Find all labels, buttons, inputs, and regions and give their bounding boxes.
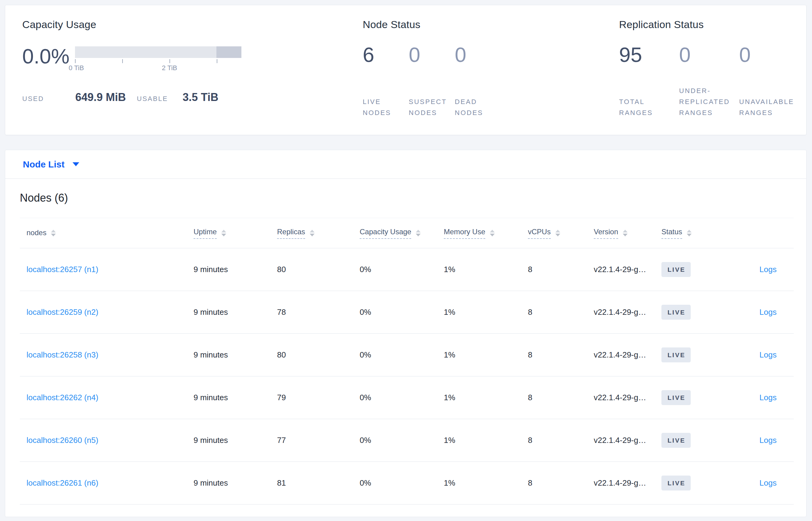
axis-tick bbox=[122, 59, 123, 63]
node-link[interactable]: localhost:26261 (n6) bbox=[26, 478, 98, 488]
capacity-percent: 0.0% bbox=[22, 46, 75, 73]
capacity-usage-section: Capacity Usage 0.0% 0 TiB 2 TiB bbox=[22, 19, 363, 135]
capacity-cell: 0% bbox=[360, 350, 444, 360]
status-badge: LIVE bbox=[662, 347, 691, 362]
axis-label-2tib: 2 TiB bbox=[162, 64, 177, 72]
node-link[interactable]: localhost:26259 (n2) bbox=[26, 308, 98, 317]
unavailable-ranges-label: UNAVAILABLE RANGES bbox=[739, 96, 799, 118]
nodes-table-panel: Nodes (6) nodes Uptime Replicas Capacity… bbox=[5, 179, 806, 517]
suspect-nodes-label: SUSPECT NODES bbox=[409, 96, 455, 118]
replicas-cell: 80 bbox=[277, 350, 360, 360]
table-row: localhost:26258 (n3) 9 minutes 80 0% 1% … bbox=[20, 334, 794, 377]
logs-link[interactable]: Logs bbox=[760, 436, 777, 445]
logs-link[interactable]: Logs bbox=[760, 350, 777, 359]
node-status-title: Node Status bbox=[363, 19, 619, 30]
vcpus-cell: 8 bbox=[528, 308, 594, 317]
live-nodes-value: 6 bbox=[363, 45, 409, 65]
logs-link[interactable]: Logs bbox=[760, 308, 777, 317]
under-replicated-ranges-value: 0 bbox=[679, 45, 739, 65]
status-badge: LIVE bbox=[662, 305, 691, 320]
node-link[interactable]: localhost:26258 (n3) bbox=[26, 350, 98, 359]
capacity-cell: 0% bbox=[360, 436, 444, 445]
capacity-cell: 0% bbox=[360, 308, 444, 317]
sort-icon bbox=[416, 230, 421, 236]
cluster-summary-card: Capacity Usage 0.0% 0 TiB 2 TiB bbox=[5, 5, 807, 135]
node-list-dropdown[interactable]: Node List bbox=[23, 159, 79, 169]
vcpus-cell: 8 bbox=[528, 393, 594, 402]
logs-link[interactable]: Logs bbox=[760, 265, 777, 274]
node-link[interactable]: localhost:26260 (n5) bbox=[26, 436, 98, 445]
node-link[interactable]: localhost:26262 (n4) bbox=[26, 393, 98, 402]
under-replicated-ranges-label: UNDER- REPLICATED RANGES bbox=[679, 85, 739, 118]
uptime-cell: 9 minutes bbox=[194, 350, 277, 360]
column-header-nodes[interactable]: nodes bbox=[20, 228, 194, 238]
table-row: localhost:26262 (n4) 9 minutes 79 0% 1% … bbox=[20, 377, 794, 419]
capacity-cell: 0% bbox=[360, 393, 444, 402]
usable-label: USABLE bbox=[137, 95, 183, 103]
replicas-cell: 81 bbox=[277, 478, 360, 488]
version-cell: v22.1.4-29-g… bbox=[594, 436, 662, 445]
version-cell: v22.1.4-29-g… bbox=[594, 478, 662, 488]
uptime-cell: 9 minutes bbox=[194, 265, 277, 274]
dead-nodes-label: DEAD NODES bbox=[455, 96, 501, 118]
vcpus-cell: 8 bbox=[528, 350, 594, 360]
usable-value: 3.5 TiB bbox=[183, 91, 218, 104]
memory-cell: 1% bbox=[444, 436, 528, 445]
column-header-status[interactable]: Status bbox=[662, 228, 747, 239]
node-status-section: Node Status 6 LIVE NODES 0 SUSPECT NODES… bbox=[363, 19, 619, 135]
column-header-capacity-usage[interactable]: Capacity Usage bbox=[360, 228, 444, 239]
unavailable-ranges-stat: 0 UNAVAILABLE RANGES bbox=[739, 45, 799, 118]
replicas-cell: 80 bbox=[277, 265, 360, 274]
logs-link[interactable]: Logs bbox=[760, 393, 777, 402]
capacity-cell: 0% bbox=[360, 265, 444, 274]
version-cell: v22.1.4-29-g… bbox=[594, 350, 662, 360]
vcpus-cell: 8 bbox=[528, 478, 594, 488]
vcpus-cell: 8 bbox=[528, 436, 594, 445]
uptime-cell: 9 minutes bbox=[194, 393, 277, 402]
live-nodes-label: LIVE NODES bbox=[363, 96, 409, 118]
sort-icon bbox=[623, 230, 628, 236]
replicas-cell: 79 bbox=[277, 393, 360, 402]
table-row: localhost:26261 (n6) 9 minutes 81 0% 1% … bbox=[20, 462, 794, 504]
node-list-dropdown-label: Node List bbox=[23, 159, 65, 169]
column-header-memory-use[interactable]: Memory Use bbox=[444, 228, 528, 239]
capacity-cell: 0% bbox=[360, 478, 444, 488]
column-header-version[interactable]: Version bbox=[594, 228, 662, 239]
total-ranges-label: TOTAL RANGES bbox=[619, 96, 679, 118]
nodes-count-heading: Nodes (6) bbox=[5, 179, 806, 204]
memory-cell: 1% bbox=[444, 265, 528, 274]
status-badge: LIVE bbox=[662, 390, 691, 405]
sort-icon bbox=[221, 230, 226, 236]
memory-cell: 1% bbox=[444, 350, 528, 360]
table-row: localhost:26260 (n5) 9 minutes 77 0% 1% … bbox=[20, 419, 794, 462]
memory-cell: 1% bbox=[444, 308, 528, 317]
column-header-uptime[interactable]: Uptime bbox=[194, 228, 277, 239]
column-header-replicas[interactable]: Replicas bbox=[277, 228, 360, 239]
logs-link[interactable]: Logs bbox=[760, 478, 777, 488]
replicas-cell: 78 bbox=[277, 308, 360, 317]
capacity-bar-other-segment bbox=[216, 46, 241, 58]
table-row: localhost:26257 (n1) 9 minutes 80 0% 1% … bbox=[20, 248, 794, 291]
node-link[interactable]: localhost:26257 (n1) bbox=[26, 265, 98, 274]
replication-status-section: Replication Status 95 TOTAL RANGES 0 UND… bbox=[619, 19, 806, 135]
capacity-axis bbox=[75, 58, 241, 63]
capacity-usage-title: Capacity Usage bbox=[22, 19, 363, 30]
status-badge: LIVE bbox=[662, 262, 691, 277]
axis-label-0tib: 0 TiB bbox=[69, 64, 84, 72]
uptime-cell: 9 minutes bbox=[194, 308, 277, 317]
replicas-cell: 77 bbox=[277, 436, 360, 445]
sort-icon bbox=[51, 230, 56, 236]
capacity-bar-chart: 0 TiB 2 TiB bbox=[75, 46, 241, 73]
column-header-vcpus[interactable]: vCPUs bbox=[528, 228, 594, 239]
dead-nodes-stat: 0 DEAD NODES bbox=[455, 45, 501, 118]
total-ranges-stat: 95 TOTAL RANGES bbox=[619, 45, 679, 118]
used-label: USED bbox=[22, 95, 75, 103]
suspect-nodes-stat: 0 SUSPECT NODES bbox=[409, 45, 455, 118]
table-header-row: nodes Uptime Replicas Capacity Usage Mem… bbox=[20, 218, 794, 248]
used-value: 649.9 MiB bbox=[75, 91, 137, 104]
live-nodes-stat: 6 LIVE NODES bbox=[363, 45, 409, 118]
memory-cell: 1% bbox=[444, 478, 528, 488]
total-ranges-value: 95 bbox=[619, 45, 679, 65]
table-row: localhost:26259 (n2) 9 minutes 78 0% 1% … bbox=[20, 291, 794, 334]
chevron-down-icon bbox=[73, 162, 79, 166]
